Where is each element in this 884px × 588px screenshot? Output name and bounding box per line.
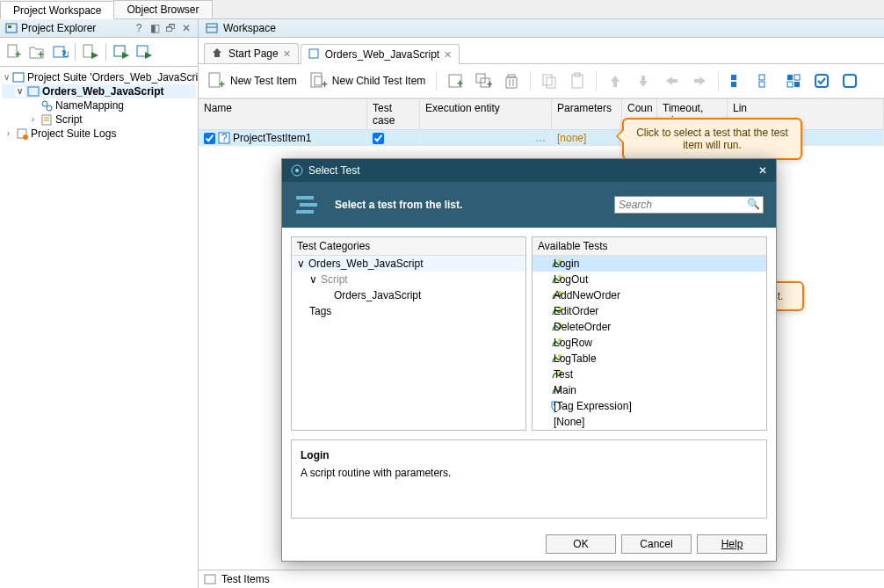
tree-suite-row[interactable]: ∨ Project Suite 'Orders_Web_JavaScript…: [2, 70, 196, 84]
svg-text:↻: ↻: [62, 48, 69, 61]
script-routine-icon: [538, 352, 550, 365]
help-button[interactable]: Help: [697, 534, 767, 554]
banner-icon: [294, 191, 322, 219]
tree-logs-row[interactable]: › Project Suite Logs: [2, 127, 196, 141]
svg-text:+: +: [38, 48, 44, 61]
col-exec[interactable]: Execution entity: [420, 99, 552, 129]
tree-label: Project Suite Logs: [31, 127, 116, 140]
tab-start-page[interactable]: Start Page ✕: [204, 43, 299, 63]
test-item[interactable]: Main: [533, 382, 766, 398]
svg-marker-10: [122, 52, 129, 59]
add-file-button[interactable]: +: [4, 41, 25, 62]
col-name[interactable]: Name: [199, 99, 367, 129]
expander-icon[interactable]: ∨: [4, 73, 10, 83]
tree-label: NameMapping: [55, 99, 124, 112]
category-item[interactable]: ∨Orders_Web_JavaScript: [292, 256, 525, 272]
svg-point-16: [47, 105, 52, 111]
select-checked-button[interactable]: [810, 69, 833, 92]
check-all-button[interactable]: [726, 69, 749, 92]
test-item[interactable]: [None]: [533, 414, 766, 430]
project-tree[interactable]: ∨ Project Suite 'Orders_Web_JavaScript… …: [0, 67, 198, 588]
banner-text: Select a test from the list.: [335, 199, 602, 211]
item-enabled-checkbox[interactable]: [204, 133, 215, 144]
test-label: LogOut: [554, 273, 588, 286]
test-item[interactable]: LogTable: [533, 351, 766, 367]
test-item[interactable]: LogRow: [533, 335, 766, 351]
tree-project-row[interactable]: ∨ Orders_Web_JavaScript: [2, 84, 196, 98]
testcase-checkbox[interactable]: [373, 133, 384, 144]
workspace-icon: [206, 22, 218, 34]
cancel-button[interactable]: Cancel: [621, 534, 692, 554]
svg-rect-24: [309, 49, 318, 58]
run-file-button[interactable]: [80, 41, 101, 62]
exec-ellipsis-button[interactable]: …: [535, 132, 546, 144]
add-folder-button[interactable]: +: [26, 41, 47, 62]
search-icon[interactable]: 🔍: [747, 198, 760, 210]
svg-rect-45: [787, 75, 793, 80]
col-params[interactable]: Parameters: [552, 99, 622, 129]
add-child-button[interactable]: +: [472, 69, 495, 92]
panel-layout-button[interactable]: ◧: [149, 22, 161, 34]
script-routine-icon: [538, 337, 550, 349]
search-input[interactable]: [614, 196, 764, 214]
category-item[interactable]: Tags: [292, 303, 525, 319]
svg-rect-37: [543, 75, 552, 85]
tab-object-browser[interactable]: Object Browser: [113, 0, 212, 18]
move-right-button[interactable]: [688, 69, 711, 92]
category-item[interactable]: Orders_JavaScript: [292, 287, 525, 303]
svg-marker-12: [145, 52, 152, 59]
expander-icon[interactable]: ∨: [15, 87, 25, 97]
add-item-button[interactable]: +: [444, 69, 467, 92]
test-item[interactable]: LogOut: [533, 272, 766, 287]
test-label: AddNewOrder: [554, 289, 620, 301]
tree-script-row[interactable]: › Script: [2, 113, 196, 127]
svg-marker-8: [91, 52, 98, 59]
expander-icon[interactable]: ›: [28, 115, 38, 125]
delete-button[interactable]: [500, 69, 523, 92]
item-name-input[interactable]: [233, 132, 361, 144]
tab-project-workspace[interactable]: Project Workspace: [0, 1, 114, 19]
categories-list[interactable]: ∨Orders_Web_JavaScript ∨Script Orders_Ja…: [292, 256, 525, 430]
test-item[interactable]: AddNewOrder: [533, 287, 766, 303]
bottom-tab-testitems[interactable]: Test Items: [221, 573, 270, 585]
tree-namemapping-row[interactable]: NameMapping: [2, 98, 196, 113]
new-test-item-button[interactable]: + New Test Item: [204, 69, 301, 92]
col-testcase[interactable]: Test case: [367, 99, 420, 129]
svg-rect-50: [844, 75, 856, 87]
script-routine-icon: [538, 368, 550, 381]
dialog-icon: [291, 164, 303, 177]
move-up-button[interactable]: [604, 69, 627, 92]
panel-close-button[interactable]: ✕: [180, 22, 192, 34]
svg-point-55: [295, 169, 299, 172]
test-label: EditOrder: [554, 305, 598, 317]
add-existing-button[interactable]: ↻: [49, 41, 70, 62]
select-unchecked-button[interactable]: [838, 69, 861, 92]
test-item[interactable]: EditOrder: [533, 303, 766, 319]
dialog-close-button[interactable]: ✕: [758, 164, 767, 177]
paste-button[interactable]: [566, 69, 589, 92]
move-down-button[interactable]: [632, 69, 655, 92]
panel-help-button[interactable]: ?: [133, 22, 145, 34]
run-project-button[interactable]: [134, 41, 155, 62]
category-item[interactable]: ∨Script: [292, 272, 525, 287]
expander-icon[interactable]: ›: [4, 129, 13, 139]
test-item[interactable]: DeleteOrder: [533, 319, 766, 335]
uncheck-all-button[interactable]: [754, 69, 777, 92]
tests-list[interactable]: LoginLogOutAddNewOrderEditOrderDeleteOrd…: [533, 256, 766, 430]
svg-rect-13: [13, 73, 24, 82]
tab-orders[interactable]: Orders_Web_JavaScript ✕: [301, 44, 460, 64]
new-child-test-item-button[interactable]: + New Child Test Item: [306, 69, 429, 92]
toggle-check-button[interactable]: [782, 69, 805, 92]
test-item[interactable]: Test: [533, 367, 766, 382]
ok-button[interactable]: OK: [546, 534, 616, 554]
close-icon[interactable]: ✕: [283, 48, 291, 60]
project-explorer-panel: Project Explorer ? ◧ 🗗 ✕ + + ↻ ∨ Project…: [0, 19, 199, 588]
test-item[interactable]: [Tag Expression]: [533, 398, 766, 414]
move-left-button[interactable]: [660, 69, 683, 92]
panel-pin-button[interactable]: 🗗: [164, 22, 177, 34]
test-item[interactable]: Login: [533, 256, 766, 272]
copy-button[interactable]: [538, 69, 561, 92]
close-icon[interactable]: ✕: [444, 49, 452, 61]
run-suite-button[interactable]: [111, 41, 132, 62]
test-label: LogRow: [554, 337, 592, 349]
